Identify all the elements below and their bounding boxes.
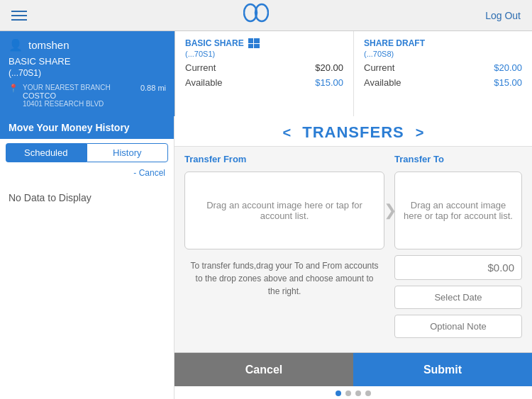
menu-icon[interactable] (11, 11, 27, 21)
account-1-title: BASIC SHARE (185, 38, 343, 48)
account-1-current: Current $20.00 (185, 62, 343, 73)
transfers-body: Transfer From Drag an account image here… (174, 147, 532, 352)
location-icon: 📍 (9, 84, 18, 93)
cancel-action-button[interactable]: Cancel (174, 353, 353, 386)
branch-address: 10401 RESEARCH BLVD (23, 100, 111, 108)
person-icon: 👤 (9, 38, 23, 52)
app-logo (243, 3, 269, 28)
transfer-from-drop-zone[interactable]: Drag an account image here or tap for ac… (184, 172, 384, 249)
user-name-row: 👤 tomshen (9, 38, 166, 52)
current-label-1: Current (185, 62, 216, 73)
no-data-label: No Data to Display (0, 182, 174, 213)
dot-2 (345, 390, 351, 396)
account-2-available: Available $15.00 (364, 77, 522, 88)
user-account-number: (...70S1) (9, 68, 166, 78)
grid-icon (248, 38, 260, 48)
transfer-to-col: Transfer To Drag an account image here o… (394, 154, 522, 345)
tab-row: Scheduled History (0, 139, 174, 167)
available-label-1: Available (185, 77, 223, 88)
pagination-dots (174, 386, 532, 399)
bottom-actions: Cancel Submit (174, 352, 532, 386)
available-value-2: $15.00 (494, 77, 522, 88)
dot-1 (336, 390, 341, 396)
user-account-label: BASIC SHARE (9, 56, 166, 67)
transfers-prev-button[interactable]: < (283, 125, 292, 141)
account-1-name: BASIC SHARE (185, 38, 244, 48)
account-2-current: Current $20.00 (364, 62, 522, 73)
user-name: tomshen (28, 39, 70, 51)
drop-zone-to-text: Drag an account image here or tap for ac… (395, 193, 521, 228)
account-card-basic-share: BASIC SHARE (...70S1) Current $20.00 Ava… (175, 31, 354, 116)
note-input[interactable] (394, 315, 522, 338)
transfer-to-label: Transfer To (394, 154, 522, 164)
branch-label: YOUR NEAREST BRANCH (23, 84, 111, 91)
submit-action-button[interactable]: Submit (353, 353, 532, 386)
arrow-right-icon: ❯ (384, 201, 397, 220)
branch-distance: 0.88 mi (140, 84, 166, 92)
cancel-link[interactable]: - Cancel (0, 167, 174, 182)
account-2-title: SHARE DRAFT (364, 38, 522, 48)
account-card-share-draft: SHARE DRAFT (...70S8) Current $20.00 Ava… (354, 31, 532, 116)
account-2-name: SHARE DRAFT (364, 38, 425, 48)
transfers-next-button[interactable]: > (416, 125, 424, 141)
current-value-2: $20.00 (494, 62, 522, 73)
account-section: 👤 tomshen BASIC SHARE (...70S1) 📍 YOUR N… (0, 31, 532, 116)
transfer-from-label: Transfer From (184, 154, 384, 164)
sidebar-title: Move Your Money History (0, 116, 174, 139)
user-panel: 👤 tomshen BASIC SHARE (...70S1) 📍 YOUR N… (0, 31, 174, 116)
date-input[interactable] (394, 286, 522, 309)
dot-3 (355, 390, 361, 396)
available-label-2: Available (364, 77, 401, 88)
current-label-2: Current (364, 62, 394, 73)
available-value-1: $15.00 (315, 77, 343, 88)
transfer-hint: To transfer funds,drag your To and From … (184, 259, 384, 298)
current-value-1: $20.00 (315, 62, 343, 73)
amount-input[interactable] (394, 255, 522, 280)
dot-4 (365, 390, 371, 396)
logout-button[interactable]: Log Out (485, 10, 521, 21)
sidebar: Move Your Money History Scheduled Histor… (0, 116, 174, 399)
transfers-header: < TRANSFERS > (174, 116, 532, 147)
transfers-title: TRANSFERS (302, 123, 404, 142)
drop-zone-from-text: Drag an account image here or tap for ac… (185, 193, 384, 228)
tab-history[interactable]: History (87, 143, 169, 162)
account-2-number: (...70S8) (364, 50, 522, 58)
tab-scheduled[interactable]: Scheduled (6, 143, 87, 162)
accounts-panel: BASIC SHARE (...70S1) Current $20.00 Ava… (175, 31, 532, 116)
account-1-number: (...70S1) (185, 50, 343, 58)
transfer-to-drop-zone[interactable]: Drag an account image here or tap for ac… (394, 172, 522, 249)
content-area: < TRANSFERS > Transfer From Drag an acco… (174, 116, 532, 399)
account-1-available: Available $15.00 (185, 77, 343, 88)
transfer-from-col: Transfer From Drag an account image here… (184, 154, 384, 345)
top-nav: Log Out (0, 0, 532, 31)
branch-name: COSTCO (23, 91, 56, 100)
main-area: Move Your Money History Scheduled Histor… (0, 116, 532, 399)
